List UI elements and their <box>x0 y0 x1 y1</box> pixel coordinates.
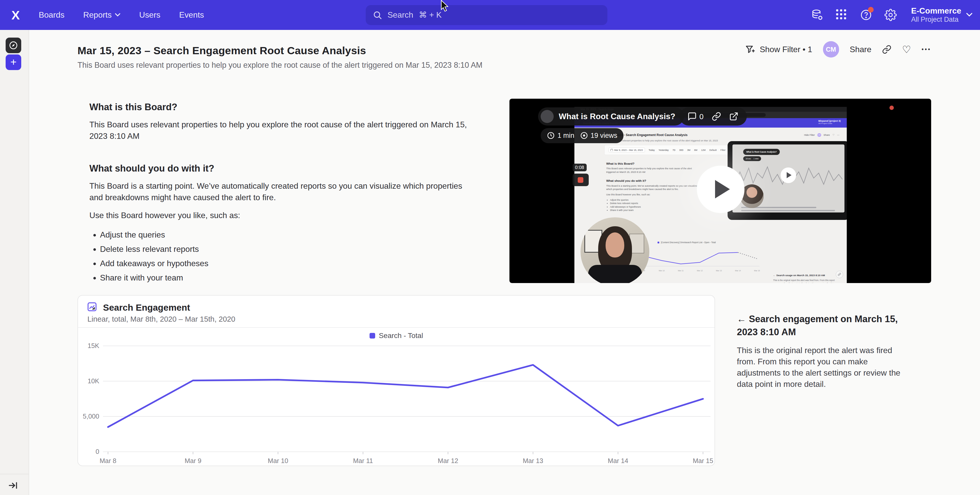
recording-timer: 0:08 <box>573 164 587 171</box>
list-item: Share it with your team <box>100 272 472 283</box>
board-subtitle: This Board uses relevant properties to h… <box>78 60 482 70</box>
svg-text:Mar 12: Mar 12 <box>697 269 703 272</box>
avatar[interactable]: CM <box>823 41 839 57</box>
intro-heading-2: What should you do with it? <box>89 163 472 174</box>
svg-text:Mar 13: Mar 13 <box>716 269 722 272</box>
intro-para-1: This Board uses relevant properties to h… <box>89 119 472 142</box>
record-stop-button[interactable] <box>573 173 589 186</box>
mini-report-chart: [Content Discovery] Omnisearch Report Li… <box>640 241 762 281</box>
left-rail: + <box>0 30 29 495</box>
video-play-button[interactable] <box>697 166 745 213</box>
discover-board-button[interactable] <box>6 38 21 53</box>
data-management-icon[interactable] <box>811 9 824 21</box>
show-filter-label: Show Filter • 1 <box>760 45 812 54</box>
rail-divider <box>0 474 29 474</box>
video-view-count: 19 views <box>590 132 617 140</box>
mixpanel-logo-icon[interactable]: X <box>8 7 23 22</box>
nav-item-reports[interactable]: Reports <box>83 10 120 20</box>
svg-text:Mar 8: Mar 8 <box>100 457 117 464</box>
video-title-pill: What is Root Cause Analysis? <box>538 107 684 126</box>
explainer-video-player[interactable]: Mar 15, 2023 - Search Enga... Boards Rep… <box>509 99 931 283</box>
chevron-down-icon <box>115 13 121 17</box>
annotation-body: This is the original report the alert wa… <box>737 345 907 390</box>
list-item: Adjust the queries <box>100 229 472 240</box>
svg-text:Mar 12: Mar 12 <box>438 457 458 464</box>
svg-text:Mar 14: Mar 14 <box>735 269 741 272</box>
svg-text:Mar 15: Mar 15 <box>754 269 760 272</box>
svg-text:Mar 13: Mar 13 <box>523 457 543 464</box>
intro-heading-1: What is this Board? <box>89 102 472 113</box>
help-notification-badge <box>868 7 873 13</box>
intro-para-3: Use this Board however you like, such as… <box>89 210 472 221</box>
nav-right-cluster: E-Commerce All Project Data <box>811 0 973 30</box>
video-open-external-button[interactable] <box>729 112 738 121</box>
video-copy-link-button[interactable] <box>712 112 721 121</box>
chevron-down-icon <box>966 13 972 17</box>
comment-icon <box>687 112 697 121</box>
more-menu-button[interactable]: ••• <box>922 46 931 53</box>
plus-icon: + <box>10 56 16 68</box>
link-icon <box>882 45 891 54</box>
add-board-button[interactable]: + <box>6 54 21 70</box>
list-item: Add takeaways or hypotheses <box>100 258 472 269</box>
link-icon <box>712 112 721 121</box>
project-switcher[interactable]: E-Commerce All Project Data <box>911 6 973 24</box>
external-link-icon <box>729 112 738 121</box>
intro-para-2: This Board is a starting point. We’ve au… <box>89 180 472 203</box>
line-chart[interactable]: 05,00010K15KMar 8Mar 9Mar 10Mar 11Mar 12… <box>78 328 714 466</box>
nav-item-boards[interactable]: Boards <box>39 10 65 20</box>
record-icon <box>578 177 583 183</box>
line-chart-icon <box>88 302 98 313</box>
search-shortcut: ⌘ + K <box>419 10 442 20</box>
copy-link-button[interactable] <box>882 45 891 54</box>
project-scope: All Project Data <box>911 16 961 24</box>
svg-text:15K: 15K <box>88 342 99 349</box>
board-actions: Show Filter • 1 CM Share ♡ ••• <box>745 41 931 57</box>
views-icon <box>580 131 588 140</box>
filter-plus-icon <box>745 45 755 54</box>
video-duration: 1 min <box>557 132 574 140</box>
svg-text:10K: 10K <box>88 377 99 385</box>
svg-text:Mar 14: Mar 14 <box>608 457 628 464</box>
top-nav: X Boards Reports Users Events Search ⌘ +… <box>0 0 980 30</box>
board-title: Mar 15, 2023 – Search Engagement Root Ca… <box>78 45 366 57</box>
help-icon[interactable] <box>860 9 872 21</box>
presenter-webcam-circle <box>581 217 649 283</box>
svg-text:Mar 11: Mar 11 <box>353 457 373 464</box>
svg-text:0: 0 <box>95 448 99 455</box>
list-item: Delete less relevant reports <box>100 244 472 255</box>
intro-section: What is this Board? This Board uses rele… <box>89 102 472 286</box>
svg-text:Mar 10: Mar 10 <box>659 269 664 272</box>
favorite-button[interactable]: ♡ <box>902 44 911 55</box>
mini-nested-video-card: What is Root Cause Analysis? 18 sec1 vie… <box>728 141 847 220</box>
clock-icon <box>547 131 555 140</box>
recording-dot <box>889 106 894 110</box>
primary-nav: Boards Reports Users Events <box>39 0 204 30</box>
video-comments-button[interactable]: 0 <box>687 112 703 121</box>
apps-grid-icon[interactable] <box>835 9 848 21</box>
video-actions-pill: 0 <box>679 107 747 126</box>
show-filter-button[interactable]: Show Filter • 1 <box>745 45 812 54</box>
nav-item-reports-label: Reports <box>83 10 111 20</box>
svg-text:Mar 11: Mar 11 <box>678 269 683 272</box>
mixpanel-board-app: X Boards Reports Users Events Search ⌘ +… <box>0 0 980 495</box>
svg-text:Mar 10: Mar 10 <box>268 457 288 464</box>
report-subtitle: Linear, total, Mar 8th, 2020 – Mar 15th,… <box>88 315 235 323</box>
report-card-search-engagement[interactable]: Search Engagement Linear, total, Mar 8th… <box>78 295 715 466</box>
expand-sidebar-button[interactable] <box>9 482 18 489</box>
ellipsis-icon: ••• <box>922 46 931 53</box>
annotation-heading: ← Search engagement on March 15, 2023 8:… <box>737 312 907 339</box>
share-button[interactable]: Share <box>850 45 872 54</box>
project-name: E-Commerce <box>911 6 961 16</box>
svg-text:Mar 9: Mar 9 <box>185 457 202 464</box>
video-title: What is Root Cause Analysis? <box>559 112 675 121</box>
video-author-avatar <box>541 110 554 123</box>
nav-item-users[interactable]: Users <box>139 10 160 20</box>
settings-icon[interactable] <box>885 9 897 21</box>
svg-text:Mar 15: Mar 15 <box>693 457 713 464</box>
intro-bullet-list: Adjust the queries Delete less relevant … <box>89 229 472 284</box>
search-input[interactable]: Search ⌘ + K <box>366 5 608 25</box>
chart-annotation: ← Search engagement on March 15, 2023 8:… <box>737 312 907 390</box>
search-placeholder: Search <box>387 10 413 20</box>
nav-item-events[interactable]: Events <box>179 10 204 20</box>
